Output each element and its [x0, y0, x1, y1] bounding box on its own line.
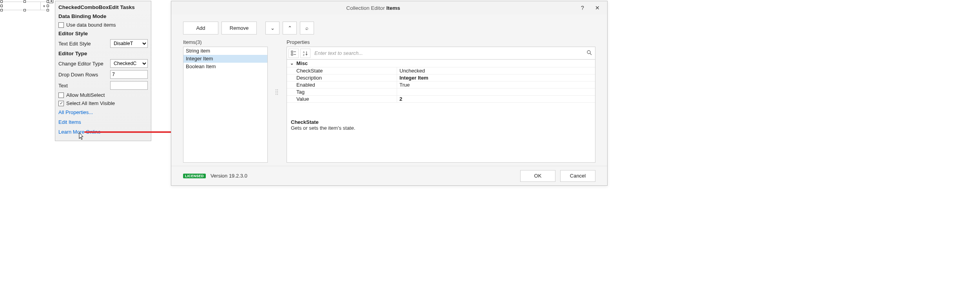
category-header[interactable]: ⌄ Misc [287, 60, 595, 67]
license-badge: LICENSED [183, 174, 206, 178]
resize-handle[interactable] [47, 9, 49, 11]
collapse-icon[interactable]: ⌄ [289, 61, 294, 66]
svg-text:Z: Z [303, 54, 305, 56]
dialog-footer: LICENSED Version 19.2.3.0 OK Cancel [171, 166, 607, 185]
designer-control[interactable]: ▾ ◂ [2, 2, 48, 10]
remove-button[interactable]: Remove [221, 22, 257, 34]
text-label: Text [58, 83, 108, 89]
svg-text:A: A [303, 51, 305, 53]
property-value[interactable]: 2 [397, 96, 595, 102]
allow-multiselect-label: Allow MultiSelect [66, 92, 148, 98]
editor-style-header: Editor Style [55, 29, 151, 38]
svg-rect-1 [291, 54, 293, 55]
dialog-title: Collection Editor Items [171, 5, 575, 11]
resize-handle[interactable] [0, 0, 3, 3]
property-name: Tag [287, 89, 397, 95]
svg-rect-0 [291, 51, 293, 53]
change-editor-type-select[interactable]: CheckedC [110, 59, 148, 68]
all-properties-link[interactable]: All Properties... [55, 107, 151, 117]
cancel-button[interactable]: Cancel [560, 170, 595, 182]
tasks-title: CheckedComboBoxEdit Tasks [55, 3, 151, 12]
select-all-visible-checkbox[interactable]: ✓ [58, 101, 64, 106]
list-item[interactable]: Integer Item [183, 55, 267, 63]
property-name: Value [287, 96, 397, 102]
edit-items-link[interactable]: Edit Items [55, 117, 151, 127]
move-down-button[interactable]: ⌄ [265, 22, 279, 34]
description-name: CheckState [291, 119, 591, 125]
ok-button[interactable]: OK [520, 170, 555, 182]
property-row[interactable]: Description Integer Item [287, 74, 595, 82]
dialog-help-button[interactable]: ? [575, 2, 590, 13]
items-count-label: Items(3) [183, 39, 268, 45]
resize-handle[interactable] [47, 5, 49, 7]
version-label: Version 19.2.3.0 [211, 173, 247, 179]
use-data-bound-checkbox[interactable] [58, 22, 64, 28]
resize-handle[interactable] [24, 9, 26, 11]
tasks-panel: CheckedComboBoxEdit Tasks Data Binding M… [55, 1, 151, 141]
property-row[interactable]: Value 2 [287, 96, 595, 103]
svg-point-6 [587, 51, 590, 54]
allow-multiselect-checkbox[interactable] [58, 92, 64, 98]
description-text: Gets or sets the item's state. [291, 125, 591, 131]
collection-editor-dialog: Collection Editor Items ? ✕ Add Remove ⌄… [171, 1, 608, 186]
change-editor-type-label: Change Editor Type [58, 61, 108, 67]
search-icon[interactable] [585, 50, 593, 56]
property-name: Enabled [287, 82, 397, 88]
property-search-input[interactable] [312, 50, 583, 56]
dialog-close-button[interactable]: ✕ [590, 2, 605, 13]
use-data-bound-label: Use data bound items [66, 22, 148, 28]
property-row[interactable]: CheckState Unchecked [287, 67, 595, 74]
alphabetical-icon[interactable]: AZ [300, 49, 310, 58]
property-value[interactable] [397, 89, 595, 95]
resize-handle[interactable] [0, 9, 3, 11]
learn-more-link[interactable]: Learn More Online [55, 127, 151, 137]
property-row[interactable]: Enabled True [287, 82, 595, 89]
property-grid-toolbar: AZ [287, 47, 595, 60]
select-all-visible-label: Select All Item Visible [66, 100, 148, 106]
items-listbox[interactable]: String item Integer Item Boolean Item [183, 47, 268, 163]
property-value[interactable]: True [397, 82, 595, 88]
text-edit-style-label: Text Edit Style [58, 41, 108, 47]
smart-tag-glyph[interactable]: ◂ [49, 0, 53, 3]
property-name: Description [287, 74, 397, 81]
list-item[interactable]: Boolean Item [183, 63, 267, 71]
editor-type-header: Editor Type [55, 49, 151, 58]
property-value[interactable]: Integer Item [397, 74, 595, 81]
resize-handle[interactable] [0, 5, 3, 7]
resize-handle[interactable] [24, 0, 26, 3]
dialog-titlebar[interactable]: Collection Editor Items ? ✕ [171, 1, 607, 15]
data-binding-header: Data Binding Mode [55, 12, 151, 21]
list-item[interactable]: String item [183, 47, 267, 55]
splitter-grip[interactable] [276, 89, 279, 95]
property-grid[interactable]: ⌄ Misc CheckState Unchecked Description … [287, 60, 595, 103]
properties-label: Properties [287, 39, 595, 45]
property-value[interactable]: Unchecked [397, 67, 595, 74]
property-description-pane: CheckState Gets or sets the item's state… [287, 103, 595, 163]
text-edit-style-select[interactable]: DisableT [110, 39, 148, 48]
categorized-icon[interactable] [289, 49, 299, 58]
property-name: CheckState [287, 67, 397, 74]
property-row[interactable]: Tag [287, 89, 595, 96]
add-button[interactable]: Add [183, 22, 218, 34]
svg-line-7 [590, 53, 592, 55]
text-input[interactable] [110, 81, 148, 90]
drop-down-rows-label: Drop Down Rows [58, 72, 108, 78]
drop-down-rows-input[interactable] [110, 70, 148, 79]
